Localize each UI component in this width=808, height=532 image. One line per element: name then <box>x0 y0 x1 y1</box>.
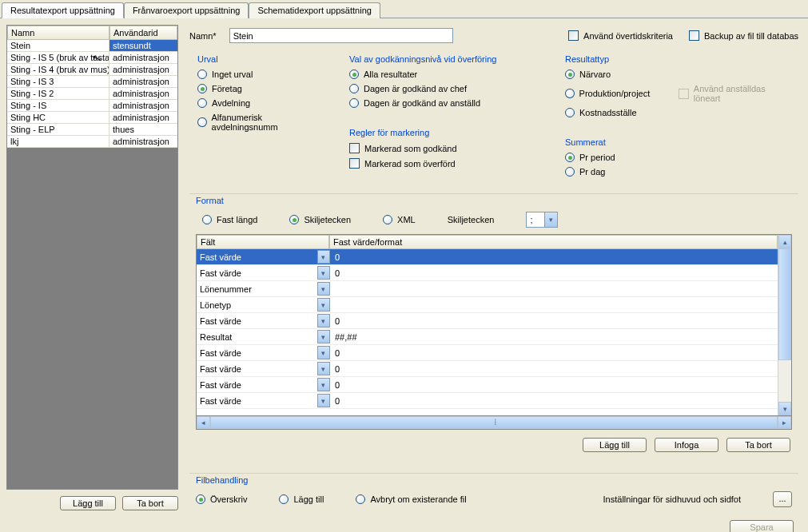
grid-cell-dropdown[interactable]: ▾ <box>316 329 330 344</box>
result-cost-label: Kostnadsställe <box>579 108 637 117</box>
scroll-thumb[interactable] <box>778 248 791 360</box>
resulttype-legend: Resultattyp <box>565 54 790 67</box>
mark-transferred-check[interactable] <box>349 158 360 169</box>
approval-emp-radio[interactable] <box>349 98 359 108</box>
header-footer-button[interactable]: ... <box>773 491 792 507</box>
grid-cell-dropdown[interactable]: ▾ <box>316 361 330 376</box>
tab-schedule-export[interactable]: Schematidexport uppsättning <box>249 2 380 18</box>
grid-cell-field: Fast värde <box>197 249 316 264</box>
approval-boss-radio[interactable] <box>349 84 359 93</box>
backup-checkbox[interactable] <box>689 30 699 41</box>
grid-add-button[interactable]: Lägg till <box>583 438 647 452</box>
list-row[interactable]: Sting - ISadministrasjon <box>7 100 177 112</box>
grid-hscroll[interactable]: ◂ ▸ <box>196 416 792 430</box>
scroll-left-icon[interactable]: ◂ <box>197 416 210 429</box>
sum-day-radio[interactable] <box>565 167 575 177</box>
list-row[interactable]: Sting - IS 2administrasjon <box>7 88 177 100</box>
list-cell-name: Sting - IS 4 (bruk av mus) <box>7 64 109 75</box>
grid-cell-format: 0 <box>330 249 778 264</box>
approval-group: Val av godkänningsnivå vid överföring Al… <box>341 50 549 117</box>
urval-company-radio[interactable] <box>197 84 207 93</box>
list-cell-user: stensundt <box>109 40 177 51</box>
grid-cell-dropdown[interactable]: ▾ <box>316 313 330 328</box>
list-cell-user: administrasjon <box>109 112 177 123</box>
grid-header-field[interactable]: Fält <box>197 235 329 249</box>
list-header-user[interactable]: Användarid <box>109 26 177 40</box>
scroll-up-icon[interactable]: ▴ <box>778 235 791 248</box>
tab-absence-export[interactable]: Frånvaroexport uppsättning <box>124 2 249 18</box>
scroll-down-icon[interactable]: ▾ <box>778 402 791 415</box>
grid-row[interactable]: Fast värde▾0 <box>197 249 778 265</box>
save-button[interactable]: Spara <box>730 520 794 532</box>
sum-day-label: Pr dag <box>579 167 605 177</box>
list-header-name[interactable]: Namn <box>7 26 109 40</box>
grid-row[interactable]: Resultat▾##,## <box>197 329 778 345</box>
urval-alfa-radio[interactable] <box>197 117 207 127</box>
grid-insert-button[interactable]: Infoga <box>655 438 718 452</box>
list-row[interactable]: Sting HCadministrasjon <box>7 112 177 124</box>
grid-cell-format: 0 <box>330 313 778 328</box>
grid-cell-dropdown[interactable]: ▾ <box>316 377 330 392</box>
grid-cell-format <box>330 281 778 296</box>
mark-approved-check[interactable] <box>349 143 360 153</box>
sum-period-radio[interactable] <box>565 153 575 162</box>
name-label: Namn* <box>189 31 221 41</box>
format-fixed-radio[interactable] <box>202 215 212 224</box>
grid-vscroll[interactable]: ▴ ▾ <box>778 235 791 415</box>
marking-legend: Regler för markering <box>349 128 541 141</box>
approval-all-radio[interactable] <box>349 69 359 79</box>
grid-row[interactable]: Fast värde▾0 <box>197 345 778 361</box>
file-overwrite-radio[interactable] <box>196 494 205 504</box>
grid-cell-dropdown[interactable]: ▾ <box>316 281 330 296</box>
list-row[interactable]: lkjadministrasjon <box>7 136 177 148</box>
result-cost-radio[interactable] <box>565 108 575 117</box>
filehandling-legend: Filbehandling <box>196 475 792 486</box>
list-remove-button[interactable]: Ta bort <box>122 496 178 510</box>
grid-row[interactable]: Fast värde▾0 <box>197 265 778 281</box>
grid-cell-dropdown[interactable]: ▾ <box>316 393 330 408</box>
result-production-radio[interactable] <box>565 89 575 98</box>
chevron-down-icon: ▾ <box>317 266 330 280</box>
list-row[interactable]: Sting - ELPthues <box>7 124 177 136</box>
chevron-down-icon: ▾ <box>317 362 330 375</box>
grid-row[interactable]: Fast värde▾0 <box>197 361 778 377</box>
grid-row[interactable]: Fast värde▾0 <box>197 393 778 409</box>
grid-row[interactable]: Lönetyp▾ <box>197 297 778 313</box>
grid-cell-dropdown[interactable]: ▾ <box>316 249 330 264</box>
grid-cell-field: Fast värde <box>197 377 316 392</box>
list-row[interactable]: Sting - IS 3administrasjon <box>7 76 177 88</box>
result-presence-radio[interactable] <box>565 69 575 79</box>
overtime-checkbox[interactable] <box>568 30 579 41</box>
scroll-right-icon[interactable]: ▸ <box>778 416 791 429</box>
urval-legend: Urval <box>197 54 325 67</box>
delim-select[interactable]: ; ▾ <box>526 212 558 228</box>
format-xml-radio[interactable] <box>383 215 392 224</box>
grid-cell-dropdown[interactable]: ▾ <box>316 345 330 360</box>
name-input[interactable] <box>229 28 453 43</box>
list-row[interactable]: Steinstensundt <box>7 40 177 52</box>
grid-header-format[interactable]: Fast värde/format <box>329 235 778 249</box>
grid-remove-button[interactable]: Ta bort <box>726 438 790 452</box>
urval-dept-radio[interactable] <box>197 98 207 108</box>
format-delim-radio[interactable] <box>289 215 299 224</box>
file-abort-radio[interactable] <box>356 494 365 504</box>
grid-cell-dropdown[interactable]: ▾ <box>316 297 330 312</box>
list-cell-user: administrasjon <box>109 76 177 87</box>
grid-row[interactable]: Fast värde▾0 <box>197 377 778 393</box>
hscroll-thumb[interactable] <box>210 416 778 429</box>
list-row[interactable]: Sting - IS 4 (bruk av mus)administrasjon <box>7 64 177 76</box>
file-append-radio[interactable] <box>279 494 289 504</box>
grid-cell-dropdown[interactable]: ▾ <box>316 265 330 280</box>
mark-transferred-label: Markerad som överförd <box>364 159 456 169</box>
list-cell-user: administrasjon <box>109 52 177 63</box>
list-cell-user: administrasjon <box>109 136 177 147</box>
grid-row[interactable]: Lönenummer▾ <box>197 281 778 297</box>
tab-result-export[interactable]: Resultatexport uppsättning <box>2 2 124 18</box>
list-row[interactable]: Sting - IS 5 (bruk av tastatuadministras… <box>7 52 177 64</box>
chevron-down-icon: ▾ <box>544 212 557 227</box>
file-overwrite-label: Överskriv <box>210 494 247 504</box>
list-add-button[interactable]: Lägg till <box>60 496 116 510</box>
grid-row[interactable]: Fast värde▾0 <box>197 313 778 329</box>
list-cell-name: Sting - ELP <box>7 124 109 135</box>
urval-none-radio[interactable] <box>197 69 207 79</box>
